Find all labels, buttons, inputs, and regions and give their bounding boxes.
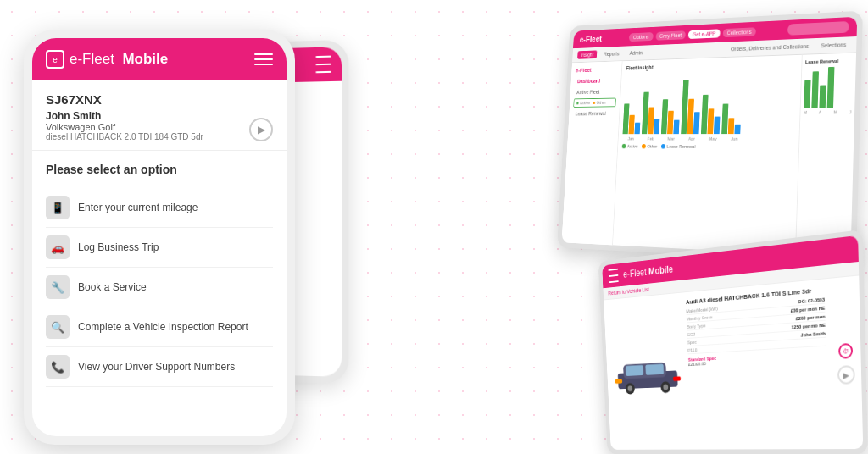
legend-active: Active xyxy=(622,144,638,149)
svg-rect-3 xyxy=(645,364,664,375)
timer-icon: ⏱ xyxy=(838,343,853,359)
tab-insight[interactable]: Insight xyxy=(577,50,597,58)
phone1-header: e e-Fleet Mobile xyxy=(32,38,287,80)
svg-rect-8 xyxy=(615,379,622,383)
sidebar-item-fleet[interactable]: Active Fleet xyxy=(574,86,617,97)
bar-jun-blue xyxy=(734,125,740,134)
label-mar: Mar xyxy=(662,136,680,141)
car-illustration xyxy=(611,348,684,397)
tablet-nav-btn-2[interactable]: Grey Fleet xyxy=(655,30,686,40)
detail-value-4: John Smith xyxy=(801,331,826,338)
bar-apr-blue xyxy=(693,112,700,134)
hamburger-menu[interactable] xyxy=(254,53,273,65)
sidebar-brand: e-Fleet xyxy=(576,66,618,74)
mileage-icon: 📱 xyxy=(46,196,70,219)
detail-label-5: P110 xyxy=(687,347,697,352)
bar-group-may xyxy=(701,95,721,135)
mileage-label: Enter your current mileage xyxy=(78,202,198,213)
bar-group-apr xyxy=(681,80,701,135)
logo-text: e-Fleet Mobile xyxy=(70,51,168,68)
label-feb: Feb xyxy=(642,136,659,141)
tablet2-hamburger[interactable] xyxy=(609,269,619,283)
inspection-icon: 🔍 xyxy=(46,315,70,339)
detail-label-4: Spec xyxy=(687,340,697,345)
tablet-nav-btn-3[interactable]: Get e-APP xyxy=(688,29,721,39)
tablet-nav-btn-4[interactable]: Collections xyxy=(722,27,755,37)
menu-item-trip[interactable]: 🚗 Log Business Trip xyxy=(46,228,273,268)
bar-jun-orange xyxy=(728,118,735,134)
right-panel: Lease Renewal M A M J xyxy=(795,53,856,258)
tab-orders[interactable]: Orders, Deliveries and Collections xyxy=(727,42,813,53)
vehicle-row: SJ67XNX John Smith Volkswagen Golf diese… xyxy=(46,92,273,141)
menu-item-inspection[interactable]: 🔍 Complete a Vehicle Inspection Report xyxy=(46,307,273,347)
tablet-screen: e-Fleet Options Grey Fleet Get e-APP Col… xyxy=(562,17,858,257)
tablet-body: e-Fleet Options Grey Fleet Get e-APP Col… xyxy=(557,11,863,264)
legend-label-active: Active xyxy=(627,144,638,148)
menu-item-service[interactable]: 🔧 Book a Service xyxy=(46,268,273,307)
legend-dot-green xyxy=(622,144,626,148)
legend-dot-blue xyxy=(661,144,665,149)
car-details-panel: Audi A3 diesel HATCHBACK 1.6 TDI S Line … xyxy=(686,279,834,450)
menu-item-mileage[interactable]: 📱 Enter your current mileage xyxy=(46,188,273,228)
legend-label-other: Other xyxy=(647,144,657,149)
detail-label-1: Monthly Gross xyxy=(687,314,713,321)
tab-selections[interactable]: Selections xyxy=(817,40,850,50)
sidebar-item-dashboard[interactable]: Dashboard xyxy=(575,75,617,86)
right-bar-4 xyxy=(827,67,835,108)
tablet2-content: Audi A3 diesel HATCHBACK 1.6 TDI S Line … xyxy=(604,275,863,449)
vehicle-model: Volkswagen Golf xyxy=(46,122,203,132)
menu-item-support[interactable]: 📞 View your Driver Support Numbers xyxy=(46,347,273,387)
right-panel-title: Lease Renewal xyxy=(805,58,853,64)
tablet2-logo-suffix: Mobile xyxy=(648,263,673,277)
menu-content: Please select an option 📱 Enter your cur… xyxy=(32,151,287,436)
legend-lease: Lease Renewal xyxy=(661,144,695,149)
vehicle-plate: SJ67XNX xyxy=(46,92,203,107)
service-label: Book a Service xyxy=(78,281,147,293)
legend-dot-orange xyxy=(642,144,646,148)
inspection-label: Complete a Vehicle Inspection Report xyxy=(78,321,248,333)
phone1-device: e e-Fleet Mobile SJ67XNX John Smith Volk… xyxy=(24,30,295,445)
legend-label-lease: Lease Renewal xyxy=(667,144,696,149)
bar-group-jun xyxy=(721,103,742,134)
svg-rect-9 xyxy=(673,376,681,381)
bar-group-jan xyxy=(622,103,641,134)
right-bar-1 xyxy=(804,80,810,108)
tab-admin[interactable]: Admin xyxy=(626,48,646,58)
support-label: View your Driver Support Numbers xyxy=(78,361,235,373)
vehicle-info: SJ67XNX John Smith Volkswagen Golf diese… xyxy=(32,80,287,151)
right-bar-2 xyxy=(811,71,819,108)
tab-reports[interactable]: Reports xyxy=(600,49,622,58)
support-icon: 📞 xyxy=(46,355,70,379)
chart-x-labels: Jan Feb Mar Apr May Jun xyxy=(622,136,794,141)
right-chart-bars xyxy=(804,66,853,108)
tablet2-logo-prefix: e-Fleet xyxy=(623,266,649,280)
tablet-search-bar[interactable] xyxy=(787,21,849,36)
legend-other: Other xyxy=(642,144,657,149)
hamburger-line xyxy=(315,56,331,58)
detail-label-0: Make/Model (kW) xyxy=(686,306,718,313)
phone2-hamburger[interactable] xyxy=(315,56,331,74)
hamburger-line xyxy=(254,53,273,55)
tablet2-logo: e-Fleet Mobile xyxy=(623,263,673,280)
vehicle-owner: John Smith xyxy=(46,110,203,122)
tablet-device: e-Fleet Options Grey Fleet Get e-APP Col… xyxy=(557,11,863,264)
tablet-nav-btn[interactable]: Options xyxy=(629,32,653,42)
sidebar-item-lease[interactable]: Lease Renewal xyxy=(573,108,616,119)
bar-mar-blue xyxy=(673,120,679,135)
right-labels: M A M J xyxy=(804,109,851,114)
navigate-next[interactable]: ▶ xyxy=(837,365,855,385)
detail-label-2: Body Type xyxy=(687,324,705,329)
label-apr: Apr xyxy=(682,136,701,141)
navigate-arrow[interactable]: ▶ xyxy=(249,118,273,141)
action-panel: ⏱ ▶ xyxy=(829,275,863,449)
service-icon: 🔧 xyxy=(46,275,70,299)
tablet-nav-buttons: Options Grey Fleet Get e-APP Collections xyxy=(629,27,756,42)
right-label-2: A xyxy=(819,110,821,115)
detail-value-3: 1250 per mo NE xyxy=(791,323,825,330)
right-bar-3 xyxy=(819,85,826,108)
chart-bars xyxy=(622,69,796,134)
vehicle-description: diesel HATCHBACK 2.0 TDI 184 GTD 5dr xyxy=(46,132,203,141)
label-jun: Jun xyxy=(725,136,743,141)
section-title: Please select an option xyxy=(46,163,273,176)
svg-rect-2 xyxy=(626,365,643,376)
